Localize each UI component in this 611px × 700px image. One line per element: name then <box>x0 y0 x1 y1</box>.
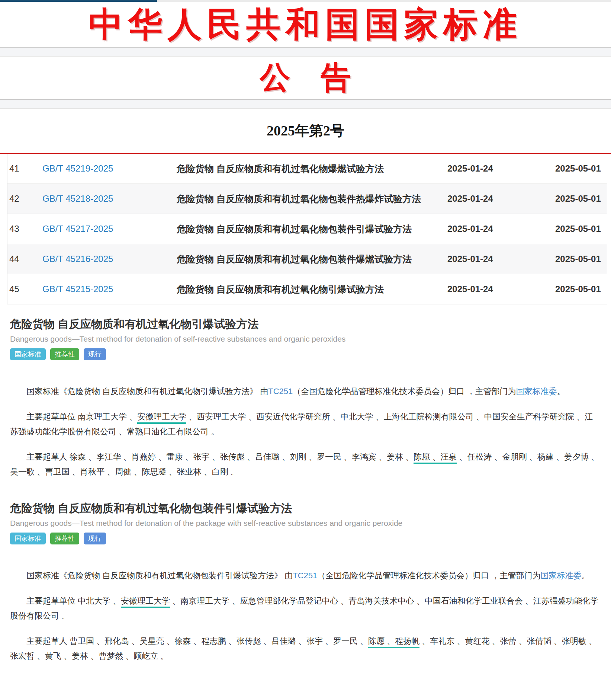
announcement-title: 公 告 <box>260 63 351 93</box>
standard-title: 危险货物 自反应物质和有机过氧化物爆燃试验方法 <box>177 163 447 175</box>
standard-name-en: Dangerous goods—Test method for detonati… <box>10 518 600 528</box>
status-badge: 现行 <box>84 348 106 360</box>
standard-name-cn: 危险货物 自反应物质和有机过氧化物包装件引爆试验方法 <box>10 501 600 515</box>
standard-title: 危险货物 自反应物质和有机过氧化物包装件热爆炸试验方法 <box>177 193 447 205</box>
row-index: 42 <box>7 194 42 204</box>
divider-band <box>0 47 611 57</box>
paragraph: 国家标准《危险货物 自反应物质和有机过氧化物包装件引爆试验方法》 由TC251（… <box>10 568 600 583</box>
standard-code-link[interactable]: GB/T 45215-2025 <box>42 284 113 294</box>
paragraph: 主要起草单位 中北大学 、安徽理工大学 、南京理工大学 、应急管理部化学品登记中… <box>10 594 600 623</box>
underlined-name: 安徽理工大学 <box>137 412 186 424</box>
publish-date: 2025-01-24 <box>447 284 555 294</box>
status-badge: 现行 <box>84 533 106 544</box>
section-paragraphs: 国家标准《危险货物 自反应物质和有机过氧化物包装件引爆试验方法》 由TC251（… <box>10 568 600 664</box>
page-header: 中华人民共和国国家标准 <box>0 2 611 47</box>
standard-sections: 危险货物 自反应物质和有机过氧化物引爆试验方法Dangerous goods—T… <box>0 304 611 664</box>
underlined-name: 陈愿 、汪泉 <box>414 452 457 464</box>
publish-date: 2025-01-24 <box>447 254 555 264</box>
standard-title: 危险货物 自反应物质和有机过氧化物引爆试验方法 <box>177 283 447 295</box>
table-row: 45GB/T 45215-2025危险货物 自反应物质和有机过氧化物引爆试验方法… <box>7 274 607 304</box>
implement-date: 2025-05-01 <box>555 224 607 234</box>
standard-code-link[interactable]: GB/T 45218-2025 <box>42 194 113 204</box>
status-badge: 推荐性 <box>50 348 79 360</box>
status-badges: 国家标准推荐性现行 <box>10 533 600 544</box>
implement-date: 2025-05-01 <box>555 254 607 264</box>
row-index: 45 <box>7 284 42 294</box>
section-paragraphs: 国家标准《危险货物 自反应物质和有机过氧化物引爆试验方法》 由TC251（全国危… <box>10 384 600 479</box>
paragraph: 主要起草单位 南京理工大学 、安徽理工大学 、西安理工大学 、西安近代化学研究所… <box>10 409 600 439</box>
implement-date: 2025-05-01 <box>555 163 607 174</box>
issue-number: 2025年第2号 <box>267 121 344 140</box>
standard-name-en: Dangerous goods—Test method for detonati… <box>10 334 600 344</box>
implement-date: 2025-05-01 <box>555 284 607 294</box>
standard-code-link[interactable]: GB/T 45219-2025 <box>42 163 113 173</box>
standard-code-link[interactable]: GB/T 45216-2025 <box>42 254 113 264</box>
publish-date: 2025-01-24 <box>447 163 555 174</box>
status-badge: 国家标准 <box>10 348 46 360</box>
standards-table: 41GB/T 45219-2025危险货物 自反应物质和有机过氧化物爆燃试验方法… <box>7 154 607 304</box>
table-row: 42GB/T 45218-2025危险货物 自反应物质和有机过氧化物包装件热爆炸… <box>7 183 607 214</box>
publish-date: 2025-01-24 <box>447 194 555 204</box>
standard-code-cell: GB/T 45217-2025 <box>42 224 177 234</box>
standard-title: 危险货物 自反应物质和有机过氧化物包装件引爆试验方法 <box>177 223 447 235</box>
standard-code-cell: GB/T 45215-2025 <box>42 284 177 294</box>
standard-name-cn: 危险货物 自反应物质和有机过氧化物引爆试验方法 <box>10 317 600 331</box>
standard-code-cell: GB/T 45216-2025 <box>42 254 177 264</box>
paragraph: 主要起草人 徐森 、李江华 、肖燕婷 、雷康 、张宇 、张传彪 、吕佳璐 、刘刚… <box>10 450 600 479</box>
publish-date: 2025-01-24 <box>447 224 555 234</box>
status-badges: 国家标准推荐性现行 <box>10 348 600 360</box>
row-index: 44 <box>7 254 42 264</box>
inline-link[interactable]: TC251 <box>268 387 293 396</box>
inline-link[interactable]: 国家标准委 <box>516 387 557 396</box>
status-badge: 推荐性 <box>50 533 79 544</box>
standard-section: 危险货物 自反应物质和有机过氧化物包装件引爆试验方法Dangerous good… <box>0 490 611 664</box>
table-row: 41GB/T 45219-2025危险货物 自反应物质和有机过氧化物爆燃试验方法… <box>7 154 607 183</box>
paragraph: 主要起草人 曹卫国 、邢化岛 、吴星亮 、徐森 、程志鹏 、张传彪 、吕佳璐 、… <box>10 634 600 664</box>
inline-link[interactable]: TC251 <box>293 571 317 580</box>
paragraph: 国家标准《危险货物 自反应物质和有机过氧化物引爆试验方法》 由TC251（全国危… <box>10 384 600 399</box>
standard-code-cell: GB/T 45219-2025 <box>42 163 177 174</box>
standard-code-cell: GB/T 45218-2025 <box>42 194 177 204</box>
underlined-name: 陈愿 、程扬帆 <box>368 636 419 648</box>
standard-code-link[interactable]: GB/T 45217-2025 <box>42 224 113 234</box>
page-title: 中华人民共和国国家标准 <box>89 7 522 42</box>
divider-band <box>0 99 611 109</box>
implement-date: 2025-05-01 <box>555 194 607 204</box>
issue-header: 2025年第2号 <box>0 109 611 153</box>
standard-title: 危险货物 自反应物质和有机过氧化物包装件爆燃试验方法 <box>177 253 447 265</box>
row-index: 41 <box>7 163 42 174</box>
table-row: 43GB/T 45217-2025危险货物 自反应物质和有机过氧化物包装件引爆试… <box>7 214 607 244</box>
table-row: 44GB/T 45216-2025危险货物 自反应物质和有机过氧化物包装件爆燃试… <box>7 244 607 274</box>
announcement-header: 公 告 <box>0 57 611 99</box>
inline-link[interactable]: 国家标准委 <box>540 571 581 580</box>
standard-section: 危险货物 自反应物质和有机过氧化物引爆试验方法Dangerous goods—T… <box>0 304 611 479</box>
status-badge: 国家标准 <box>10 533 46 544</box>
row-index: 43 <box>7 224 42 234</box>
underlined-name: 安徽理工大学 <box>121 596 170 608</box>
